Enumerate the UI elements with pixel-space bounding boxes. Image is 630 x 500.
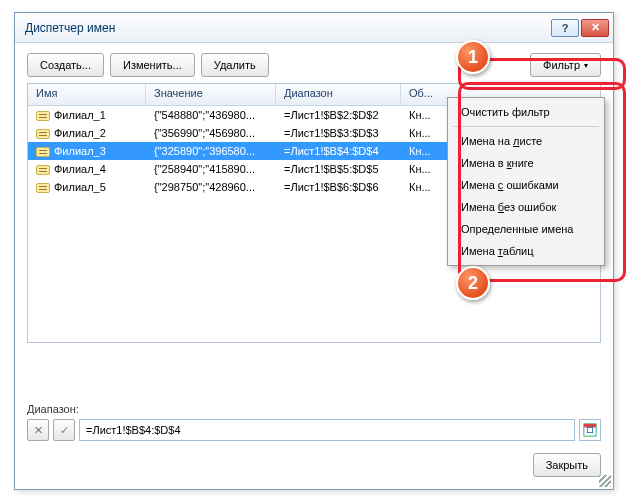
edit-button[interactable]: Изменить... (110, 53, 195, 77)
resize-grip-icon[interactable] (599, 475, 611, 487)
col-value[interactable]: Значение (146, 84, 276, 105)
ref-apply-button[interactable]: ✓ (53, 419, 75, 441)
filter-label: Фильтр (543, 59, 580, 71)
cell-name: Филиал_3 (28, 145, 146, 157)
filter-menu: Очистить фильтр Имена на листе Имена в к… (447, 97, 605, 266)
create-label: Создать... (40, 59, 91, 71)
create-button[interactable]: Создать... (27, 53, 104, 77)
name-icon (36, 183, 50, 193)
chevron-down-icon: ▾ (584, 61, 588, 70)
titlebar: Диспетчер имен ? ✕ (15, 13, 613, 43)
annotation-badge-1: 1 (456, 40, 490, 74)
cell-value: {"258940";"415890... (146, 163, 276, 175)
cell-value: {"298750";"428960... (146, 181, 276, 193)
filter-button[interactable]: Фильтр ▾ (530, 53, 601, 77)
edit-label: Изменить... (123, 59, 182, 71)
col-name[interactable]: Имя (28, 84, 146, 105)
window-title: Диспетчер имен (25, 21, 549, 35)
menu-names-with-errors[interactable]: Имена с ошибками (451, 174, 601, 196)
ref-input[interactable] (79, 419, 575, 441)
menu-names-on-sheet[interactable]: Имена на листе (451, 130, 601, 152)
menu-clear-filter[interactable]: Очистить фильтр (451, 101, 601, 123)
cell-ref: =Лист1!$B$4:$D$4 (276, 145, 401, 157)
cell-name: Филиал_1 (28, 109, 146, 121)
ref-picker-icon[interactable] (579, 419, 601, 441)
close-window-button[interactable]: ✕ (581, 19, 609, 37)
menu-names-in-book[interactable]: Имена в книге (451, 152, 601, 174)
cell-ref: =Лист1!$B$5:$D$5 (276, 163, 401, 175)
close-button[interactable]: Закрыть (533, 453, 601, 477)
cell-ref: =Лист1!$B$3:$D$3 (276, 127, 401, 139)
menu-defined-names[interactable]: Определенные имена (451, 218, 601, 240)
help-button[interactable]: ? (551, 19, 579, 37)
name-icon (36, 111, 50, 121)
ref-label: Диапазон: (27, 403, 601, 415)
delete-button[interactable]: Удалить (201, 53, 269, 77)
ref-cancel-button[interactable]: ✕ (27, 419, 49, 441)
delete-label: Удалить (214, 59, 256, 71)
menu-names-without-errors[interactable]: Имена без ошибок (451, 196, 601, 218)
cell-name: Филиал_4 (28, 163, 146, 175)
name-icon (36, 129, 50, 139)
menu-table-names[interactable]: Имена таблиц (451, 240, 601, 262)
svg-rect-2 (587, 427, 592, 432)
bottom-panel: Диапазон: ✕ ✓ Закрыть (15, 395, 613, 489)
close-label: Закрыть (546, 459, 588, 471)
cell-value: {"325890";"396580... (146, 145, 276, 157)
name-icon (36, 165, 50, 175)
cell-name: Филиал_5 (28, 181, 146, 193)
name-manager-dialog: Диспетчер имен ? ✕ Создать... Изменить..… (14, 12, 614, 490)
toolbar: Создать... Изменить... Удалить Фильтр ▾ (15, 43, 613, 83)
name-icon (36, 147, 50, 157)
cell-value: {"356990";"456980... (146, 127, 276, 139)
cell-value: {"548880";"436980... (146, 109, 276, 121)
col-ref[interactable]: Диапазон (276, 84, 401, 105)
svg-rect-1 (584, 424, 596, 428)
separator (453, 126, 599, 127)
cell-name: Филиал_2 (28, 127, 146, 139)
cell-ref: =Лист1!$B$6:$D$6 (276, 181, 401, 193)
annotation-badge-2: 2 (456, 266, 490, 300)
cell-ref: =Лист1!$B$2:$D$2 (276, 109, 401, 121)
